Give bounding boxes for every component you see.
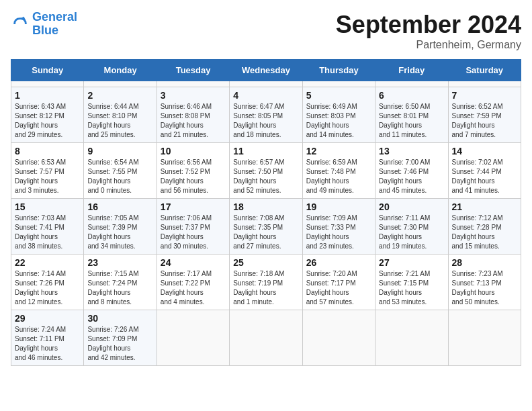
col-friday: Friday <box>375 60 448 81</box>
day-cell: 20Sunrise: 7:11 AMSunset: 7:30 PMDayligh… <box>375 199 448 255</box>
day-cell: 4Sunrise: 6:47 AMSunset: 8:05 PMDaylight… <box>230 87 302 143</box>
day-number: 2 <box>87 90 152 101</box>
empty-cell <box>230 81 302 87</box>
day-info: Sunrise: 6:52 AMSunset: 7:59 PMDaylight … <box>452 102 517 140</box>
day-info: Sunrise: 7:03 AMSunset: 7:41 PMDaylight … <box>15 214 80 251</box>
col-sunday: Sunday <box>11 60 84 81</box>
day-cell: 22Sunrise: 7:14 AMSunset: 7:26 PMDayligh… <box>11 255 84 310</box>
day-cell: 12Sunrise: 6:59 AMSunset: 7:48 PMDayligh… <box>302 143 375 199</box>
day-number: 3 <box>161 90 226 101</box>
empty-cell <box>157 310 229 366</box>
day-info: Sunrise: 6:44 AMSunset: 8:10 PMDaylight … <box>87 102 152 140</box>
calendar-header: Sunday Monday Tuesday Wednesday Thursday… <box>11 60 521 81</box>
day-info: Sunrise: 7:05 AMSunset: 7:39 PMDaylight … <box>87 214 152 251</box>
day-info: Sunrise: 7:02 AMSunset: 7:44 PMDaylight … <box>452 158 517 195</box>
day-number: 24 <box>161 257 226 268</box>
day-info: Sunrise: 6:53 AMSunset: 7:57 PMDaylight … <box>15 158 80 195</box>
week-row: 22Sunrise: 7:14 AMSunset: 7:26 PMDayligh… <box>11 255 521 310</box>
day-cell: 10Sunrise: 6:56 AMSunset: 7:52 PMDayligh… <box>157 143 229 199</box>
day-number: 22 <box>15 257 80 268</box>
col-saturday: Saturday <box>448 60 521 81</box>
day-info: Sunrise: 7:12 AMSunset: 7:28 PMDaylight … <box>452 214 517 251</box>
day-cell: 3Sunrise: 6:46 AMSunset: 8:08 PMDaylight… <box>157 87 229 143</box>
empty-cell <box>84 81 157 87</box>
logo-general: General <box>32 10 77 24</box>
day-info: Sunrise: 6:54 AMSunset: 7:55 PMDaylight … <box>87 158 152 195</box>
week-row: 15Sunrise: 7:03 AMSunset: 7:41 PMDayligh… <box>11 199 521 255</box>
day-cell: 6Sunrise: 6:50 AMSunset: 8:01 PMDaylight… <box>375 87 448 143</box>
logo: General Blue <box>11 11 77 38</box>
day-number: 30 <box>87 313 152 324</box>
day-cell: 1Sunrise: 6:43 AMSunset: 8:12 PMDaylight… <box>11 87 84 143</box>
col-tuesday: Tuesday <box>157 60 229 81</box>
week-row: 8Sunrise: 6:53 AMSunset: 7:57 PMDaylight… <box>11 143 521 199</box>
day-cell: 18Sunrise: 7:08 AMSunset: 7:35 PMDayligh… <box>230 199 302 255</box>
day-number: 4 <box>233 90 298 101</box>
day-cell: 7Sunrise: 6:52 AMSunset: 7:59 PMDaylight… <box>448 87 521 143</box>
day-cell: 28Sunrise: 7:23 AMSunset: 7:13 PMDayligh… <box>448 255 521 310</box>
logo-icon <box>11 15 30 34</box>
header-row: Sunday Monday Tuesday Wednesday Thursday… <box>11 60 521 81</box>
day-cell: 13Sunrise: 7:00 AMSunset: 7:46 PMDayligh… <box>375 143 448 199</box>
empty-cell <box>302 310 375 366</box>
empty-cell <box>448 310 521 366</box>
day-number: 19 <box>306 201 371 212</box>
week-row: 1Sunrise: 6:43 AMSunset: 8:12 PMDaylight… <box>11 87 521 143</box>
col-wednesday: Wednesday <box>230 60 302 81</box>
day-cell: 15Sunrise: 7:03 AMSunset: 7:41 PMDayligh… <box>11 199 84 255</box>
day-cell: 5Sunrise: 6:49 AMSunset: 8:03 PMDaylight… <box>302 87 375 143</box>
calendar-body: 1Sunrise: 6:43 AMSunset: 8:12 PMDaylight… <box>11 81 521 366</box>
col-monday: Monday <box>84 60 157 81</box>
day-cell: 26Sunrise: 7:20 AMSunset: 7:17 PMDayligh… <box>302 255 375 310</box>
day-number: 25 <box>233 257 298 268</box>
day-info: Sunrise: 7:23 AMSunset: 7:13 PMDaylight … <box>452 269 517 307</box>
empty-cell <box>230 310 302 366</box>
day-number: 5 <box>306 90 371 101</box>
day-cell: 14Sunrise: 7:02 AMSunset: 7:44 PMDayligh… <box>448 143 521 199</box>
day-number: 23 <box>87 257 152 268</box>
day-cell: 16Sunrise: 7:05 AMSunset: 7:39 PMDayligh… <box>84 199 157 255</box>
title-area: September 2024 Partenheim, Germany <box>336 11 521 51</box>
month-title: September 2024 <box>336 11 521 39</box>
day-info: Sunrise: 6:57 AMSunset: 7:50 PMDaylight … <box>233 158 298 195</box>
day-number: 15 <box>15 201 80 212</box>
day-info: Sunrise: 7:18 AMSunset: 7:19 PMDaylight … <box>233 269 298 307</box>
week-row <box>11 81 521 87</box>
day-info: Sunrise: 7:06 AMSunset: 7:37 PMDaylight … <box>161 214 226 251</box>
empty-cell <box>448 81 521 87</box>
day-cell: 25Sunrise: 7:18 AMSunset: 7:19 PMDayligh… <box>230 255 302 310</box>
day-number: 11 <box>233 146 298 156</box>
day-cell: 27Sunrise: 7:21 AMSunset: 7:15 PMDayligh… <box>375 255 448 310</box>
day-cell: 17Sunrise: 7:06 AMSunset: 7:37 PMDayligh… <box>157 199 229 255</box>
day-info: Sunrise: 7:24 AMSunset: 7:11 PMDaylight … <box>15 325 80 363</box>
day-number: 20 <box>379 201 444 212</box>
day-number: 21 <box>452 201 517 212</box>
empty-cell <box>11 81 84 87</box>
day-number: 18 <box>233 201 298 212</box>
day-info: Sunrise: 7:09 AMSunset: 7:33 PMDaylight … <box>306 214 371 251</box>
day-info: Sunrise: 6:56 AMSunset: 7:52 PMDaylight … <box>161 158 226 195</box>
day-info: Sunrise: 7:17 AMSunset: 7:22 PMDaylight … <box>161 269 226 307</box>
day-info: Sunrise: 7:11 AMSunset: 7:30 PMDaylight … <box>379 214 444 251</box>
day-number: 7 <box>452 90 517 101</box>
day-info: Sunrise: 7:21 AMSunset: 7:15 PMDaylight … <box>379 269 444 307</box>
location-title: Partenheim, Germany <box>336 39 521 51</box>
day-number: 29 <box>15 313 80 324</box>
empty-cell <box>375 310 448 366</box>
day-info: Sunrise: 7:08 AMSunset: 7:35 PMDaylight … <box>233 214 298 251</box>
day-number: 13 <box>379 146 444 156</box>
day-info: Sunrise: 7:00 AMSunset: 7:46 PMDaylight … <box>379 158 444 195</box>
day-number: 14 <box>452 146 517 156</box>
day-info: Sunrise: 6:43 AMSunset: 8:12 PMDaylight … <box>15 102 80 140</box>
day-info: Sunrise: 6:46 AMSunset: 8:08 PMDaylight … <box>161 102 226 140</box>
day-info: Sunrise: 6:47 AMSunset: 8:05 PMDaylight … <box>233 102 298 140</box>
day-number: 26 <box>306 257 371 268</box>
day-cell: 2Sunrise: 6:44 AMSunset: 8:10 PMDaylight… <box>84 87 157 143</box>
empty-cell <box>302 81 375 87</box>
logo-blue: Blue <box>32 24 58 37</box>
day-number: 6 <box>379 90 444 101</box>
col-thursday: Thursday <box>302 60 375 81</box>
day-cell: 11Sunrise: 6:57 AMSunset: 7:50 PMDayligh… <box>230 143 302 199</box>
day-info: Sunrise: 7:15 AMSunset: 7:24 PMDaylight … <box>87 269 152 307</box>
day-info: Sunrise: 6:59 AMSunset: 7:48 PMDaylight … <box>306 158 371 195</box>
